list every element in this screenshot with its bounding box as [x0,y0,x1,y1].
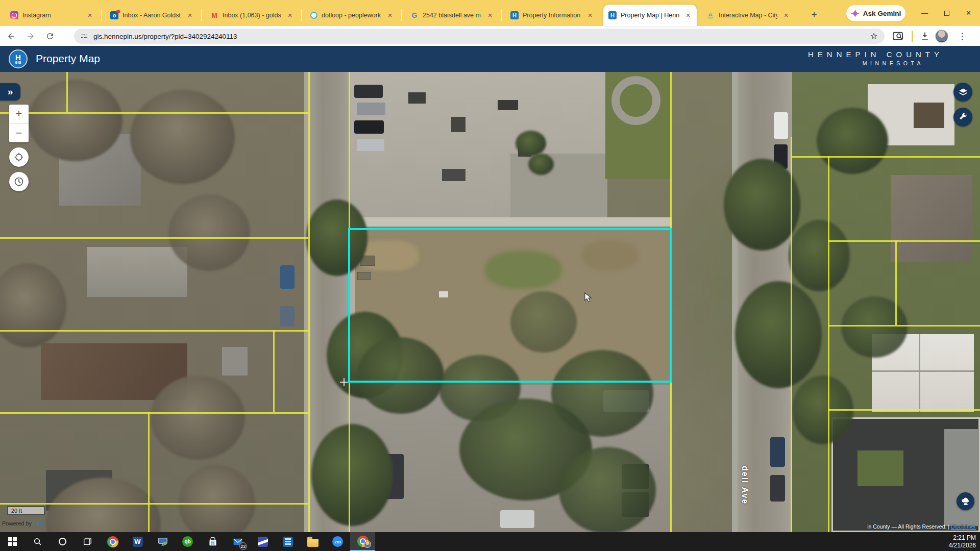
search-tabs-lens-icon[interactable] [892,31,903,41]
taskbar-remote-desktop-button[interactable] [150,532,175,551]
parked-car [280,265,295,289]
system-clock[interactable]: 2:21 PM 4/21/2026 [949,534,976,549]
basemap-button[interactable] [957,492,974,510]
site-settings-icon[interactable] [80,32,88,40]
layers-button[interactable] [953,83,972,102]
parcel-line [828,156,829,532]
taskbar-zoom-button[interactable]: zm [325,532,350,551]
esri-link[interactable]: Esri [33,520,43,527]
tab-close-icon[interactable]: ✕ [781,11,791,20]
taskbar-word-button[interactable]: W [125,532,150,551]
tab-gmail-inbox[interactable]: M Inbox (1,063) - goldste ✕ [205,5,299,26]
tab-close-icon[interactable]: ✕ [485,11,495,20]
tab-property-information[interactable]: H Property Information S ✕ [505,5,599,26]
rooftop-unit [498,100,518,110]
parcel-line [308,72,310,532]
tab-close-icon[interactable]: ✕ [683,11,693,20]
app-header: H GIS Property Map HENNEPIN COUNTY MINNE… [0,46,980,72]
zoom-out-button[interactable]: − [9,123,29,142]
tab-close-icon[interactable]: ✕ [385,11,395,20]
disclaimer-link[interactable]: Disclaimer [951,523,976,530]
search-icon [33,537,42,546]
ask-gemini-button[interactable]: Ask Gemini [846,5,905,21]
bookmark-star-icon[interactable] [869,32,878,41]
toolbar-separator [912,31,913,42]
forward-button[interactable] [22,28,39,44]
history-button[interactable] [9,172,29,191]
crosshair-icon [14,152,24,162]
taskbar-app-window-button[interactable] [275,532,300,551]
parcel-line [148,412,150,532]
gemini-icon [851,9,860,18]
tab-outlook-inbox[interactable]: o Inbox - Aaron Goldstei ✕ [105,5,199,26]
profile-avatar[interactable] [935,30,948,43]
scanner-app-icon [258,537,268,547]
task-view-button[interactable] [75,532,100,551]
tab-property-map-active[interactable]: H Property Map | Hennep ✕ [603,5,697,26]
tab-close-icon[interactable]: ✕ [185,11,194,20]
parcel-line [273,330,275,412]
tools-button[interactable] [953,108,972,127]
browser-tab-strip: Instagram ✕ o Inbox - Aaron Goldstei ✕ M… [0,0,980,26]
hennepin-gis-logo[interactable]: H GIS [9,49,28,68]
taskbar-chrome-button[interactable] [100,532,125,551]
expand-sidebar-button[interactable]: » [0,83,20,101]
taskbar-quickbooks-button[interactable]: qb [175,532,200,551]
instagram-icon [10,11,18,19]
zoom-app-icon: zm [332,536,343,547]
clock-icon [14,177,24,187]
windows-icon [8,537,17,546]
tab-separator [101,9,102,21]
parcel-line [828,325,980,327]
parked-car [354,120,384,134]
download-icon[interactable] [920,31,930,41]
zoom-in-button[interactable]: + [9,105,29,123]
new-tab-button[interactable]: + [806,7,822,22]
clock-time: 2:21 PM [949,534,976,542]
remote-desktop-icon [158,537,168,546]
roof-ridge [872,370,974,372]
url-text[interactable]: gis.hennepin.us/property/?pid=3402924240… [93,33,864,40]
back-button[interactable] [3,28,19,44]
tab-label: Interactive Map - City o [719,12,777,19]
aerial-map[interactable]: dell Ave » + − [0,72,980,532]
window-minimize-button[interactable]: — [914,0,936,26]
parcel-line [0,412,308,414]
tab-instagram[interactable]: Instagram ✕ [5,5,99,26]
taskbar-store-button[interactable] [200,532,225,551]
cortana-button[interactable] [50,532,75,551]
tab-label: 2542 blaisdell ave minn [423,12,481,19]
start-button[interactable] [0,532,25,551]
parked-car [357,103,385,115]
tab-google-search[interactable]: G 2542 blaisdell ave minn ✕ [405,5,499,26]
esri-attribution-text: Powered by [2,520,33,527]
window-maximize-button[interactable] [936,0,958,26]
quickbooks-icon: qb [182,536,193,547]
house-roof [87,247,187,297]
browser-menu-button[interactable]: ⋮ [955,30,969,43]
selected-parcel-outline[interactable] [348,228,672,383]
taskbar-explorer-button[interactable] [300,532,325,551]
taskbar-mail-button[interactable]: 22 [225,532,250,551]
tab-close-icon[interactable]: ✕ [85,11,94,20]
tab-label: Instagram [22,12,81,19]
tab-close-icon[interactable]: ✕ [585,11,595,20]
taskbar-scanner-button[interactable] [250,532,275,551]
tab-close-icon[interactable]: ✕ [285,11,295,20]
parcel-line [349,72,350,228]
org-line1: HENNEPIN COUNTY [808,50,943,59]
parcel-line [791,156,980,158]
tab-interactive-map[interactable]: Interactive Map - City o ✕ [701,5,795,26]
locate-button[interactable] [9,147,29,167]
tab-label: Inbox - Aaron Goldstei [122,12,181,19]
tab-dotloop[interactable]: dotloop - peoplework, ✕ [305,5,399,26]
reload-button[interactable] [42,28,58,44]
taskbar-search-button[interactable] [25,532,50,551]
parcel-line [0,330,308,332]
taskbar-chrome-active-button[interactable] [350,532,375,551]
desktop-screen: Instagram ✕ o Inbox - Aaron Goldstei ✕ M… [0,0,980,551]
window-close-button[interactable]: ✕ [958,0,979,26]
windows-taskbar: W qb 22 [0,532,980,551]
address-bar[interactable]: gis.hennepin.us/property/?pid=3402924240… [74,29,885,44]
tab-separator [201,9,202,21]
